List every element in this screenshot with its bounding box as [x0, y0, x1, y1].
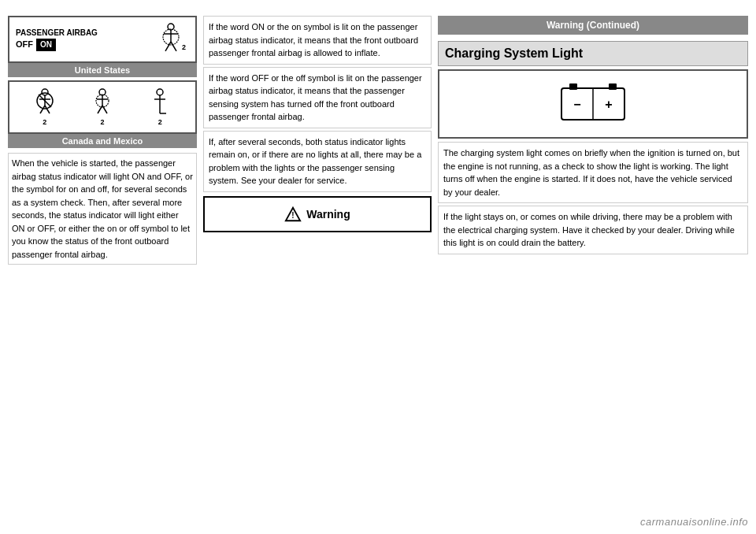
airbag-person-icon: 2 [158, 24, 189, 55]
warning-continued-text: Warning (Continued) [547, 20, 639, 31]
canada-seated-svg [147, 88, 172, 118]
canada-icon-1: 2 [32, 88, 57, 126]
canada-icon-3: 2 [147, 88, 172, 126]
warning-box: ! Warning [203, 196, 432, 232]
canada-person-svg [90, 88, 115, 118]
canada-icon3-sub: 2 [158, 118, 162, 126]
canada-label-bar: Canada and Mexico [8, 134, 197, 148]
warning-label: Warning [306, 208, 350, 221]
airbag-off-label: OFF [16, 39, 33, 50]
mid-section-2: If the word OFF or the off symbol is lit… [203, 67, 432, 128]
svg-rect-28 [609, 83, 617, 90]
charging-system-title: Charging System Light [445, 46, 583, 60]
svg-line-9 [40, 106, 45, 113]
watermark: carmanuaisonline.info [640, 516, 748, 528]
us-label-bar: United States [8, 63, 197, 77]
prohibited-child-svg [32, 88, 57, 118]
charging-text-1: The charging system light comes on brief… [438, 142, 748, 203]
mid-section-1: If the word ON or the on symbol is lit o… [203, 16, 432, 65]
svg-line-10 [45, 106, 50, 113]
svg-text:+: + [605, 98, 612, 111]
warning-triangle-icon: ! [284, 206, 302, 223]
mid-section-3: If, after several seconds, both status i… [203, 131, 432, 192]
warning-title-row: ! Warning [284, 206, 350, 223]
svg-text:!: ! [292, 211, 295, 220]
canada-icon-2: 2 [90, 88, 115, 126]
svg-point-6 [42, 89, 48, 95]
us-airbag-diagram: PASSENGER AIRBAG OFF ON [8, 16, 197, 63]
canada-icon1-sub: 2 [43, 118, 46, 126]
svg-rect-27 [569, 83, 577, 90]
us-label-text: United States [75, 65, 130, 75]
us-person-svg [158, 23, 185, 56]
canada-label-text: Canada and Mexico [62, 136, 143, 146]
canada-icon2-sub: 2 [100, 118, 104, 126]
us-subscript: 2 [182, 43, 186, 51]
svg-point-19 [157, 89, 163, 95]
charging-text-2: If the light stays on, or comes on while… [438, 206, 748, 254]
page-container: PASSENGER AIRBAG OFF ON [0, 0, 756, 534]
watermark-text: carmanuaisonline.info [640, 516, 748, 528]
canada-diagram: 2 2 [8, 80, 197, 134]
svg-text:−: − [573, 98, 580, 111]
battery-svg: − + [554, 80, 632, 128]
battery-diagram: − + [438, 69, 748, 139]
charging-system-header: Charging System Light [438, 41, 748, 66]
airbag-on-badge: ON [36, 39, 56, 51]
middle-column: If the word ON or the on symbol is lit o… [203, 16, 432, 526]
warning-continued-bar: Warning (Continued) [438, 16, 748, 35]
airbag-heading: PASSENGER AIRBAG [16, 28, 98, 39]
left-body-text: When the vehicle is started, the passeng… [8, 153, 197, 265]
airbag-text-block: PASSENGER AIRBAG OFF ON [16, 28, 98, 51]
right-column: Warning (Continued) Charging System Ligh… [438, 16, 748, 526]
left-column: PASSENGER AIRBAG OFF ON [8, 16, 197, 526]
